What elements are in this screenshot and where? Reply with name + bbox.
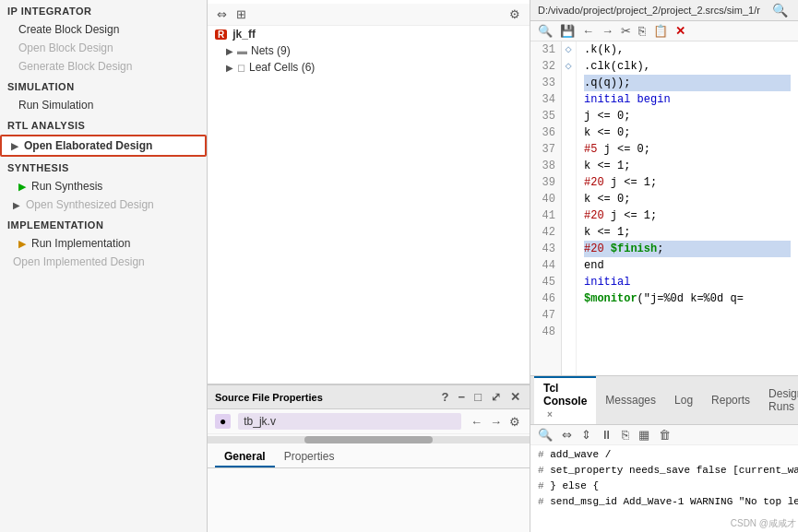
properties-maximize-icon[interactable]: □: [472, 389, 483, 405]
log-text-4: send_msg_id Add_Wave-1 WARNING "No top l…: [550, 496, 798, 507]
file-tree-root[interactable]: R jk_ff: [208, 26, 530, 42]
section-synthesis: SYNTHESIS: [0, 157, 207, 177]
code-line-35: j <= 0;: [584, 108, 791, 124]
messages-label: Messages: [605, 394, 656, 407]
bottom-tab-messages[interactable]: Messages: [596, 390, 665, 410]
file-dot-indicator: ●: [215, 414, 231, 429]
file-tree-toolbar-icon1[interactable]: ⇔: [215, 6, 229, 22]
section-ip-integrator: IP INTEGRATOR: [0, 0, 207, 20]
file-tree-leaf-cells[interactable]: ▶ ◻ Leaf Cells (6): [208, 59, 530, 76]
code-path-toolbar: D:/vivado/project/project_2/project_2.sr…: [530, 0, 798, 21]
file-tree-toolbar-icon2[interactable]: ⊞: [234, 6, 248, 22]
sidebar-item-run-implementation[interactable]: ▶ Run Implementation: [0, 234, 207, 253]
bottom-tab-reports[interactable]: Reports: [702, 390, 759, 410]
code-search-icon[interactable]: 🔍: [769, 2, 791, 18]
code-close-icon[interactable]: ✕: [673, 23, 687, 39]
code-line-38: #5 j <= 0;: [584, 141, 791, 158]
sidebar-item-open-elaborated-design[interactable]: ▶ Open Elaborated Design: [0, 135, 207, 157]
log-line-1: # add_wave /: [538, 447, 791, 463]
code-redo-icon[interactable]: →: [600, 23, 615, 39]
code-copy-icon[interactable]: ⎘: [637, 23, 648, 39]
properties-gear-icon[interactable]: ⚙: [507, 414, 522, 430]
code-line-43: k <= 1;: [584, 224, 791, 241]
sidebar-item-open-synthesized-design[interactable]: ▶ Open Synthesized Design: [0, 195, 207, 214]
section-rtl-analysis: RTL ANALYSIS: [0, 114, 207, 135]
code-line-32: .clk(clk),: [584, 58, 791, 75]
console-search-icon[interactable]: 🔍: [536, 427, 554, 443]
leaf-cells-box-icon: ◻: [237, 62, 245, 74]
r-badge: R: [215, 30, 227, 40]
properties-scrollbar-thumb: [304, 436, 434, 443]
code-line-40: #20 j <= 1;: [584, 174, 791, 191]
file-tree-settings-icon[interactable]: ⚙: [507, 6, 522, 22]
code-line-33: .q(q));: [584, 75, 791, 91]
properties-back-icon[interactable]: ←: [469, 414, 484, 430]
section-implementation: IMPLEMENTATION: [0, 214, 207, 234]
properties-resize-icon[interactable]: ⤢: [489, 389, 503, 405]
properties-minimize-icon[interactable]: −: [457, 389, 468, 405]
code-line-39: k <= 1;: [584, 158, 791, 174]
tcl-console-label: Tcl Console: [543, 382, 587, 408]
properties-close-icon[interactable]: ✕: [508, 389, 522, 405]
code-cut-icon[interactable]: ✂: [619, 23, 633, 39]
leaf-cells-arrow-icon: ▶: [226, 63, 233, 73]
properties-header: Source File Properties ? − □ ⤢ ✕: [208, 385, 530, 409]
log-hash-1: #: [538, 449, 544, 460]
run-implementation-label: Run Implementation: [31, 237, 130, 250]
code-paste-icon[interactable]: 📋: [651, 23, 670, 39]
bottom-tabs-row: Tcl Console × Messages Log Reports Desig…: [530, 376, 798, 425]
code-find-icon[interactable]: 🔍: [536, 23, 554, 39]
create-block-design-label: Create Block Design: [18, 23, 119, 36]
bottom-tab-design-runs[interactable]: Design Runs: [759, 384, 798, 417]
sidebar-item-generate-block-design[interactable]: Generate Block Design: [0, 57, 207, 76]
properties-tab-properties[interactable]: Properties: [275, 447, 344, 467]
file-tree-leaf-cells-label: Leaf Cells (6): [249, 61, 315, 74]
sidebar-item-create-block-design[interactable]: Create Block Design: [0, 20, 207, 39]
code-save-icon[interactable]: 💾: [558, 23, 577, 39]
properties-header-icons: ? − □ ⤢ ✕: [440, 389, 522, 405]
open-synthesized-arrow-icon: ▶: [13, 200, 20, 210]
nets-box-icon: ▬: [237, 45, 247, 56]
marker-34: ◇: [562, 41, 575, 58]
properties-forward-icon[interactable]: →: [488, 414, 504, 430]
sidebar-item-open-implemented-design[interactable]: Open Implemented Design: [0, 253, 207, 271]
console-pause-icon[interactable]: ⏸: [599, 427, 614, 443]
log-label: Log: [674, 394, 693, 407]
code-lines: .k(k), .clk(clk), .q(q)); initial begin …: [577, 41, 798, 375]
code-undo-icon[interactable]: ←: [580, 23, 596, 39]
marker-45: ◇: [562, 58, 575, 75]
properties-tab-general[interactable]: General: [215, 447, 275, 467]
log-line-2: # set_property needs_save false [current…: [538, 463, 791, 479]
properties-tabs: General Properties: [208, 445, 530, 468]
properties-scrollbar[interactable]: [208, 436, 530, 443]
bottom-tab-tcl-console[interactable]: Tcl Console ×: [534, 376, 596, 424]
bottom-tab-log[interactable]: Log: [665, 390, 702, 410]
console-trash-icon[interactable]: 🗑: [657, 427, 673, 443]
right-panel: D:/vivado/project/project_2/project_2.sr…: [530, 0, 798, 532]
code-icons-row: 🔍 💾 ← → ✂ ⎘ 📋 ✕: [530, 21, 798, 41]
sidebar-item-run-simulation[interactable]: Run Simulation: [0, 96, 207, 114]
sidebar-item-run-synthesis[interactable]: ▶ Run Synthesis: [0, 177, 207, 195]
elaborated-design-arrow-icon: ▶: [11, 141, 18, 151]
console-align-icon[interactable]: ⇕: [579, 427, 593, 443]
file-tree-nets[interactable]: ▶ ▬ Nets (9): [208, 42, 530, 59]
sidebar-item-open-block-design[interactable]: Open Block Design: [0, 39, 207, 57]
properties-file-name: tb_jk.v: [238, 413, 461, 430]
sidebar: IP INTEGRATOR Create Block Design Open B…: [0, 0, 208, 532]
log-line-4: # send_msg_id Add_Wave-1 WARNING "No top…: [538, 494, 791, 510]
file-tree-filename: jk_ff: [232, 28, 256, 41]
file-tree-area: ⇔ ⊞ ⚙ R jk_ff ▶ ▬ Nets (9) ▶ ◻ Leaf Cell…: [208, 0, 530, 384]
log-hash-3: #: [538, 480, 544, 491]
code-line-34: initial begin: [584, 91, 791, 108]
code-line-44: #20 $finish;: [584, 241, 791, 257]
run-implementation-play-icon: ▶: [18, 238, 26, 250]
properties-question-icon[interactable]: ?: [440, 389, 451, 405]
log-hash-4: #: [538, 496, 544, 507]
file-tree-nets-label: Nets (9): [251, 44, 291, 57]
console-grid-icon[interactable]: ▦: [637, 427, 651, 443]
console-copy-icon[interactable]: ⎘: [620, 427, 631, 443]
console-format-icon[interactable]: ⇔: [560, 427, 574, 443]
tcl-console-close-btn[interactable]: ×: [547, 409, 553, 420]
code-line-36: k <= 0;: [584, 124, 791, 141]
bottom-panel: Tcl Console × Messages Log Reports Desig…: [530, 375, 798, 532]
